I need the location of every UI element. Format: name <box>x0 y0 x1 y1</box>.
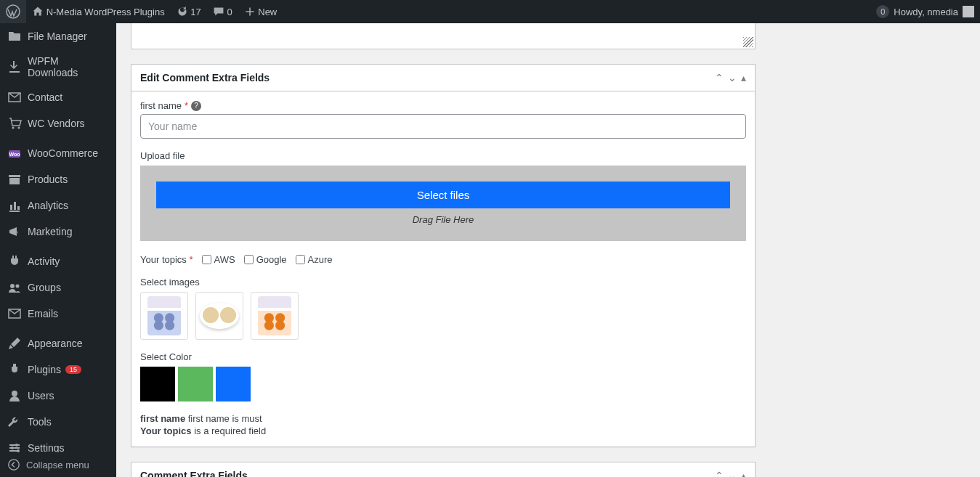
updates-link[interactable]: 17 <box>171 0 207 23</box>
topics-label: Your topics <box>140 254 187 265</box>
sidebar-item-plugins[interactable]: Plugins15 <box>0 356 116 383</box>
sidebar-item-wpfm-downloads[interactable]: WPFM Downloads <box>0 49 116 84</box>
move-up-icon[interactable]: ⌃ <box>715 470 724 477</box>
sidebar-item-groups[interactable]: Groups <box>0 274 116 301</box>
sidebar-item-activity[interactable]: Activity <box>0 248 116 274</box>
move-down-icon[interactable]: ⌄ <box>728 470 737 477</box>
upload-label: Upload file <box>140 150 746 161</box>
mail-icon <box>7 90 22 105</box>
move-up-icon[interactable]: ⌃ <box>715 72 724 83</box>
site-name: N-Media WordPress Plugins <box>46 7 165 17</box>
sidebar-item-analytics[interactable]: Analytics <box>0 192 116 219</box>
svg-point-2 <box>18 127 20 129</box>
sidebar-item-label: Plugins <box>28 364 61 375</box>
plug-icon <box>7 254 22 269</box>
image-option-1[interactable] <box>140 292 188 340</box>
move-down-icon[interactable]: ⌄ <box>728 72 737 83</box>
folder-icon <box>7 29 22 44</box>
sidebar-item-label: Appearance <box>28 338 83 349</box>
topic-aws[interactable]: AWS <box>202 254 235 265</box>
svg-point-1 <box>12 127 15 129</box>
mail-icon <box>7 306 22 321</box>
site-name-link[interactable]: N-Media WordPress Plugins <box>26 0 171 23</box>
topic-google-checkbox[interactable] <box>244 255 254 264</box>
sidebar-item-contact[interactable]: Contact <box>0 84 116 110</box>
topic-azure[interactable]: Azure <box>296 254 333 265</box>
required-marker: * <box>189 254 193 265</box>
avatar <box>963 6 974 17</box>
topics-row: Your topics * AWS Google Azure <box>140 254 746 265</box>
topic-google[interactable]: Google <box>244 254 287 265</box>
help-icon[interactable]: ? <box>191 101 201 111</box>
drag-hint: Drag File Here <box>156 214 730 225</box>
howdy-text: Howdy, nmedia <box>894 7 958 17</box>
sidebar-item-appearance[interactable]: Appearance <box>0 330 116 356</box>
svg-point-8 <box>15 444 18 447</box>
sidebar-item-tools[interactable]: Tools <box>0 409 116 435</box>
edit-comment-extra-fields-metabox: Edit Comment Extra Fields ⌃ ⌄ ▴ first na… <box>131 64 756 447</box>
image-option-3[interactable] <box>251 292 299 340</box>
svg-point-6 <box>16 285 20 288</box>
required-marker: * <box>185 100 188 111</box>
sidebar-item-label: Emails <box>28 308 58 319</box>
megaphone-icon <box>7 224 22 239</box>
sidebar-item-label: Groups <box>28 282 61 293</box>
notify-count: 0 <box>876 5 889 18</box>
topic-azure-checkbox[interactable] <box>296 255 305 264</box>
toggle-panel-icon[interactable]: ▴ <box>741 470 746 477</box>
sidebar-item-label: File Manager <box>28 30 87 42</box>
download-icon <box>7 60 22 74</box>
svg-text:Woo: Woo <box>9 152 20 157</box>
admin-sidebar: File ManagerWPFM DownloadsContactWC Vend… <box>0 23 116 477</box>
admin-bar: N-Media WordPress Plugins 17 0 New 0Howd… <box>0 0 980 23</box>
wrench-icon <box>7 415 22 429</box>
sidebar-item-label: Products <box>28 174 68 185</box>
image-option-2[interactable] <box>195 292 243 340</box>
plugin-count-badge: 15 <box>65 365 81 374</box>
toggle-panel-icon[interactable]: ▴ <box>741 72 746 83</box>
sidebar-item-emails[interactable]: Emails <box>0 301 116 327</box>
updates-count: 17 <box>190 7 201 17</box>
user-icon <box>7 388 22 403</box>
sidebar-item-products[interactable]: Products <box>0 166 116 192</box>
sidebar-item-label: Marketing <box>28 226 72 237</box>
color-swatch-blue[interactable] <box>216 367 251 401</box>
archive-icon <box>7 172 22 187</box>
select-files-button[interactable]: Select files <box>156 182 730 208</box>
metabox2-title: Comment Extra Fields <box>140 470 248 477</box>
sidebar-item-label: WC Vendors <box>28 118 85 129</box>
sidebar-item-label: Users <box>28 390 54 401</box>
topic-aws-checkbox[interactable] <box>202 255 211 264</box>
sidebar-item-label: Analytics <box>28 200 68 211</box>
collapse-menu-button[interactable]: Collapse menu <box>0 452 116 477</box>
upload-dropzone[interactable]: Select files Drag File Here <box>140 166 746 241</box>
svg-point-7 <box>12 391 17 396</box>
previous-metabox-bottom <box>131 23 756 49</box>
new-label: New <box>258 7 277 17</box>
svg-point-9 <box>11 447 14 449</box>
new-content-link[interactable]: New <box>238 0 283 23</box>
sidebar-item-label: Activity <box>28 256 60 267</box>
sidebar-item-marketing[interactable]: Marketing <box>0 219 116 245</box>
plugin-icon <box>7 362 22 377</box>
comments-link[interactable]: 0 <box>207 0 238 23</box>
sidebar-item-label: WooCommerce <box>28 147 98 159</box>
color-swatch-green[interactable] <box>178 367 213 401</box>
firstname-input[interactable] <box>140 114 746 139</box>
sidebar-item-users[interactable]: Users <box>0 383 116 409</box>
groups-icon <box>7 280 22 295</box>
sidebar-item-wc-vendors[interactable]: WC Vendors <box>0 110 116 136</box>
sidebar-item-woocommerce[interactable]: WooWooCommerce <box>0 140 116 166</box>
chart-icon <box>7 198 22 213</box>
select-color-label: Select Color <box>140 351 746 362</box>
validation-errors: first name first name is must Your topic… <box>140 413 746 436</box>
howdy-link[interactable]: 0Howdy, nmedia <box>870 0 980 23</box>
collapse-label: Collapse menu <box>26 460 89 470</box>
comment-extra-fields-metabox: Comment Extra Fields ⌃ ⌄ ▴ <box>131 462 756 477</box>
svg-point-14 <box>9 460 19 470</box>
metabox-title: Edit Comment Extra Fields <box>140 72 270 83</box>
sidebar-item-file-manager[interactable]: File Manager <box>0 23 116 49</box>
sidebar-item-label: Contact <box>28 91 62 103</box>
wp-logo[interactable] <box>0 0 26 23</box>
color-swatch-black[interactable] <box>140 367 175 401</box>
